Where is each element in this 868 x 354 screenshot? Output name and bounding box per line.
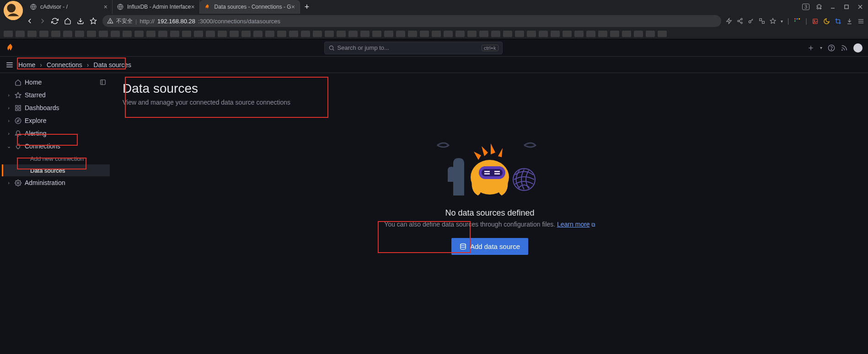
- star-icon[interactable]: [90, 17, 98, 25]
- bookmark-item[interactable]: [63, 31, 72, 37]
- bookmark-item[interactable]: [634, 31, 643, 37]
- bookmark-item[interactable]: [444, 31, 453, 37]
- bookmark-item[interactable]: [598, 31, 607, 37]
- bookmark-item[interactable]: [610, 31, 619, 37]
- bookmark-item[interactable]: [301, 31, 310, 37]
- maximize-icon[interactable]: [842, 3, 851, 11]
- extensions-icon[interactable]: [815, 3, 823, 11]
- bookmark-item[interactable]: [313, 31, 322, 37]
- bookmark-item[interactable]: [337, 31, 346, 37]
- bookmark-item[interactable]: [27, 31, 37, 37]
- bookmark-icon[interactable]: [770, 18, 776, 24]
- bookmark-item[interactable]: [194, 31, 203, 37]
- bookmark-item[interactable]: [539, 31, 548, 37]
- key-icon[interactable]: [748, 18, 754, 24]
- sidebar-sub-data-sources[interactable]: Data sources: [2, 164, 110, 176]
- sidebar-item-explore[interactable]: › Explore: [2, 114, 110, 127]
- bookmark-item[interactable]: [515, 31, 524, 37]
- bookmark-item[interactable]: [289, 31, 298, 37]
- close-icon[interactable]: ×: [104, 3, 107, 11]
- breadcrumb-datasources[interactable]: Data sources: [94, 61, 131, 69]
- bookmark-item[interactable]: [146, 31, 155, 37]
- close-icon[interactable]: ×: [191, 3, 194, 11]
- breadcrumb-home[interactable]: Home: [18, 61, 35, 69]
- bookmark-item[interactable]: [4, 31, 13, 37]
- download-icon[interactable]: [77, 17, 85, 25]
- browser-tab[interactable]: Data sources - Connections - G ×: [200, 0, 300, 14]
- bookmark-item[interactable]: [99, 31, 108, 37]
- add-icon[interactable]: [807, 44, 814, 52]
- bookmark-item[interactable]: [182, 31, 191, 37]
- bookmark-item[interactable]: [408, 31, 417, 37]
- bookmark-item[interactable]: [420, 31, 429, 37]
- bookmark-item[interactable]: [396, 31, 405, 37]
- bookmark-item[interactable]: [348, 31, 358, 37]
- bookmark-item[interactable]: [372, 31, 381, 37]
- moon-icon[interactable]: [823, 18, 830, 25]
- menu-icon[interactable]: [857, 18, 864, 25]
- bookmark-item[interactable]: [646, 31, 655, 37]
- bookmark-item[interactable]: [658, 31, 667, 37]
- crop-icon[interactable]: [835, 18, 841, 25]
- bookmark-item[interactable]: [479, 31, 488, 37]
- bookmark-item[interactable]: [467, 31, 477, 37]
- user-avatar[interactable]: [853, 43, 863, 53]
- bookmark-item[interactable]: [563, 31, 572, 37]
- sidebar-item-home[interactable]: Home: [2, 76, 110, 89]
- learn-more-link[interactable]: Learn more: [557, 221, 590, 228]
- bookmark-item[interactable]: [75, 31, 84, 37]
- bookmark-item[interactable]: [230, 31, 239, 37]
- bookmark-item[interactable]: [360, 31, 370, 37]
- bookmark-item[interactable]: [134, 31, 144, 37]
- bookmark-item[interactable]: [253, 31, 263, 37]
- bookmark-item[interactable]: [158, 31, 167, 37]
- bookmark-item[interactable]: [325, 31, 334, 37]
- bookmark-item[interactable]: [170, 31, 179, 37]
- profile-avatar[interactable]: [4, 1, 23, 20]
- download2-icon[interactable]: [846, 18, 853, 25]
- breadcrumb-connections[interactable]: Connections: [47, 61, 82, 69]
- translate-icon[interactable]: [759, 18, 765, 24]
- rss-icon[interactable]: [841, 44, 848, 52]
- browser-tab[interactable]: InfluxDB - Admin Interface ×: [113, 0, 200, 14]
- flash-icon[interactable]: [726, 18, 732, 24]
- bookmark-item[interactable]: [241, 31, 251, 37]
- bookmark-item[interactable]: [123, 31, 132, 37]
- sidebar-item-dashboards[interactable]: › Dashboards: [2, 101, 110, 114]
- close-icon[interactable]: ×: [291, 3, 295, 11]
- reload-icon[interactable]: [51, 17, 59, 25]
- bookmark-item[interactable]: [622, 31, 631, 37]
- share-icon[interactable]: [737, 18, 743, 24]
- close-icon[interactable]: [856, 3, 864, 11]
- bookmark-item[interactable]: [586, 31, 595, 37]
- add-data-source-button[interactable]: Add data source: [451, 238, 528, 255]
- sidebar-item-administration[interactable]: › Administration: [2, 176, 110, 189]
- help-icon[interactable]: [828, 44, 835, 52]
- sidebar-item-alerting[interactable]: › Alerting: [2, 127, 110, 140]
- new-tab-button[interactable]: +: [300, 2, 314, 12]
- bookmark-item[interactable]: [218, 31, 227, 37]
- dock-icon[interactable]: [100, 79, 106, 85]
- sidebar-item-starred[interactable]: › Starred: [2, 89, 110, 101]
- bookmark-item[interactable]: [455, 31, 465, 37]
- back-icon[interactable]: [26, 17, 34, 25]
- bookmark-item[interactable]: [503, 31, 512, 37]
- bookmark-item[interactable]: [51, 31, 60, 37]
- minimize-icon[interactable]: [829, 3, 837, 11]
- bookmark-item[interactable]: [384, 31, 393, 37]
- browser-tab[interactable]: cAdvisor - / ×: [26, 0, 113, 14]
- bookmark-item[interactable]: [16, 31, 25, 37]
- bookmark-item[interactable]: [111, 31, 120, 37]
- apps-icon[interactable]: [793, 17, 801, 25]
- bookmark-item[interactable]: [432, 31, 441, 37]
- home-icon[interactable]: [64, 17, 72, 25]
- bookmark-item[interactable]: [39, 31, 48, 37]
- search-input[interactable]: Search or jump to... ctrl+k: [324, 42, 503, 54]
- grafana-logo-icon[interactable]: [5, 43, 16, 53]
- address-bar[interactable]: 不安全 | http://192.168.80.28:3000/connecti…: [102, 15, 721, 27]
- bookmark-item[interactable]: [277, 31, 286, 37]
- bookmark-item[interactable]: [491, 31, 500, 37]
- chevron-down-icon[interactable]: ▾: [820, 45, 822, 50]
- bookmark-item[interactable]: [87, 31, 96, 37]
- hamburger-icon[interactable]: [5, 61, 14, 69]
